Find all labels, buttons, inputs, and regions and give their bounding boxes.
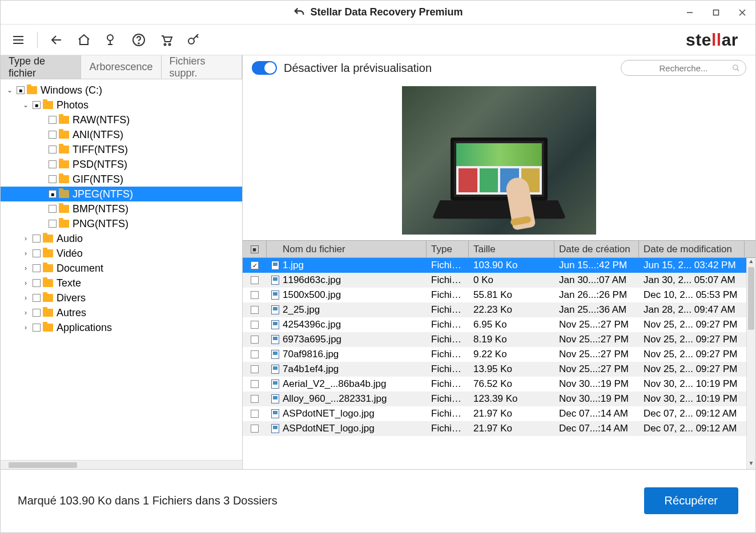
- tree-checkbox[interactable]: [49, 205, 57, 213]
- menu-button[interactable]: [7, 29, 29, 51]
- file-checkbox[interactable]: [251, 425, 259, 433]
- expand-icon[interactable]: ›: [21, 264, 30, 272]
- key-button[interactable]: [183, 29, 204, 51]
- tree-node[interactable]: ⌄■Photos: [1, 98, 242, 112]
- file-checkbox[interactable]: [251, 365, 259, 373]
- file-checkbox[interactable]: [251, 321, 259, 329]
- tree-checkbox[interactable]: [49, 116, 57, 124]
- tree-node[interactable]: ⌄■Windows (C:): [1, 83, 242, 98]
- tree-checkbox[interactable]: ■: [17, 86, 25, 94]
- header-name[interactable]: Nom du fichier: [267, 241, 427, 257]
- header-size[interactable]: Taille: [469, 241, 554, 257]
- tree-checkbox[interactable]: [49, 146, 57, 154]
- vertical-scrollbar[interactable]: ▲▼: [746, 258, 755, 469]
- tree-node[interactable]: PNG(NTFS): [1, 216, 242, 231]
- file-icon: [271, 365, 279, 374]
- tree-checkbox[interactable]: [33, 264, 41, 272]
- close-button[interactable]: [729, 1, 755, 25]
- tree-checkbox[interactable]: [33, 249, 41, 257]
- expand-icon[interactable]: ⌄: [21, 101, 30, 109]
- expand-icon[interactable]: ›: [21, 279, 30, 287]
- tree-checkbox[interactable]: [33, 324, 41, 332]
- header-type[interactable]: Type: [427, 241, 469, 257]
- file-checkbox[interactable]: [251, 380, 259, 388]
- help-button[interactable]: [128, 29, 150, 51]
- file-row[interactable]: ASPdotNET_logo.jpgFichiers21.97 KoDec 07…: [243, 421, 755, 436]
- header-cdate[interactable]: Date de création: [554, 241, 639, 257]
- tab-deleted[interactable]: Fichiers suppr.: [162, 55, 242, 79]
- home-button[interactable]: [73, 29, 95, 51]
- search-box[interactable]: [621, 60, 746, 76]
- file-row[interactable]: ASPdotNET_logo.jpgFichiers21.97 KoDec 07…: [243, 406, 755, 421]
- file-checkbox[interactable]: [251, 336, 259, 344]
- tree-node[interactable]: ›Audio: [1, 231, 242, 246]
- tree-checkbox[interactable]: ■: [49, 190, 57, 198]
- preview-toggle[interactable]: [252, 61, 277, 75]
- header-checkbox[interactable]: ■: [243, 241, 267, 257]
- folder-tree[interactable]: ⌄■Windows (C:)⌄■PhotosRAW(NTFS)ANI(NTFS)…: [1, 79, 242, 460]
- tree-checkbox[interactable]: [49, 131, 57, 139]
- file-checkbox[interactable]: [251, 410, 259, 418]
- file-row[interactable]: 70af9816.jpgFichiers9.22 KoNov 25...:27 …: [243, 347, 755, 362]
- tree-checkbox[interactable]: ■: [33, 101, 41, 109]
- file-cdate: Nov 30...:19 PM: [554, 378, 639, 390]
- file-row[interactable]: 6973a695.jpgFichiers8.19 KoNov 25...:27 …: [243, 332, 755, 347]
- tree-node[interactable]: GIF(NTFS): [1, 172, 242, 187]
- expand-icon[interactable]: ⌄: [5, 86, 14, 94]
- tree-checkbox[interactable]: [33, 294, 41, 302]
- tree-checkbox[interactable]: [49, 220, 57, 228]
- tree-node[interactable]: ›Divers: [1, 290, 242, 305]
- file-row[interactable]: 4254396c.jpgFichiers6.95 KoNov 25...:27 …: [243, 317, 755, 332]
- scan-button[interactable]: [100, 29, 122, 51]
- file-type: Fichiers: [427, 319, 469, 330]
- file-name: ASPdotNET_logo.jpg: [283, 423, 375, 434]
- file-checkbox[interactable]: [251, 350, 259, 358]
- tree-checkbox[interactable]: [33, 309, 41, 317]
- tree-node[interactable]: ›Autres: [1, 305, 242, 320]
- tree-checkbox[interactable]: [33, 279, 41, 287]
- recover-button[interactable]: Récupérer: [644, 487, 738, 514]
- tree-node[interactable]: ■JPEG(NTFS): [1, 187, 242, 201]
- minimize-button[interactable]: [677, 1, 703, 25]
- tab-file-type[interactable]: Type de fichier: [1, 55, 81, 79]
- cart-button[interactable]: [155, 29, 177, 51]
- tree-node[interactable]: ›Vidéo: [1, 246, 242, 261]
- tree-node[interactable]: PSD(NTFS): [1, 157, 242, 172]
- file-size: 21.97 Ko: [469, 408, 554, 419]
- file-name: 6973a695.jpg: [283, 334, 341, 345]
- header-mdate[interactable]: Date de modification: [639, 241, 745, 257]
- expand-icon[interactable]: ›: [21, 324, 30, 332]
- file-icon: [271, 276, 279, 285]
- tree-node[interactable]: ›Applications: [1, 320, 242, 335]
- tree-node[interactable]: BMP(NTFS): [1, 201, 242, 216]
- tree-node[interactable]: ›Texte: [1, 276, 242, 290]
- back-button[interactable]: [46, 29, 67, 51]
- expand-icon[interactable]: ›: [21, 294, 30, 302]
- tree-checkbox[interactable]: [49, 175, 57, 183]
- file-row[interactable]: Alloy_960_...282331.jpgFichiers123.39 Ko…: [243, 391, 755, 406]
- tree-checkbox[interactable]: [49, 160, 57, 168]
- search-input[interactable]: [627, 63, 740, 73]
- file-row[interactable]: Aerial_V2_...86ba4b.jpgFichiers76.52 KoN…: [243, 377, 755, 391]
- file-checkbox[interactable]: [251, 276, 259, 284]
- file-row[interactable]: ✓1.jpgFichiers103.90 KoJun 15...:42 PMJu…: [243, 258, 755, 273]
- file-row[interactable]: 2_25.jpgFichiers22.23 KoJan 25...:36 AMJ…: [243, 302, 755, 317]
- tree-node[interactable]: ›Document: [1, 261, 242, 276]
- file-checkbox[interactable]: [251, 306, 259, 314]
- expand-icon[interactable]: ›: [21, 235, 30, 243]
- tree-node[interactable]: TIFF(NTFS): [1, 142, 242, 157]
- file-checkbox[interactable]: [251, 291, 259, 299]
- tab-tree-view[interactable]: Arborescence: [81, 55, 161, 79]
- tree-node[interactable]: RAW(NTFS): [1, 112, 242, 127]
- expand-icon[interactable]: ›: [21, 249, 30, 257]
- file-checkbox[interactable]: [251, 395, 259, 403]
- file-row[interactable]: 7a4b1ef4.jpgFichiers13.95 KoNov 25...:27…: [243, 362, 755, 377]
- tree-node[interactable]: ANI(NTFS): [1, 127, 242, 142]
- horizontal-scrollbar[interactable]: [1, 460, 242, 469]
- file-row[interactable]: 1500x500.jpgFichiers55.81 KoJan 26...:26…: [243, 288, 755, 302]
- expand-icon[interactable]: ›: [21, 309, 30, 317]
- tree-checkbox[interactable]: [33, 235, 41, 243]
- file-checkbox[interactable]: ✓: [251, 261, 259, 269]
- maximize-button[interactable]: [703, 1, 729, 25]
- file-row[interactable]: 1196d63c.jpgFichiers0 KoJan 30...:07 AMJ…: [243, 273, 755, 288]
